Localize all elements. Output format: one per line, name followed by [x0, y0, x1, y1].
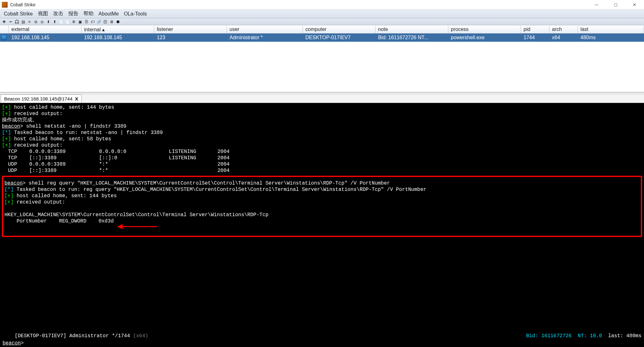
upload-icon[interactable]: ⬆: [52, 19, 58, 24]
col-process[interactable]: process: [448, 26, 521, 33]
cell-note: Bid: 1611672726 NT...: [376, 33, 448, 42]
cell-user: Administrator *: [227, 33, 303, 42]
list-icon[interactable]: ≡: [27, 19, 32, 24]
menu-cobalt-strike[interactable]: Cobalt Strike: [1, 10, 35, 17]
console-text: received output:: [11, 143, 63, 148]
cell-pid: 1744: [521, 33, 549, 42]
prompt-gt: >: [21, 340, 24, 346]
col-note[interactable]: note: [376, 26, 448, 33]
col-computer[interactable]: computer: [303, 26, 376, 33]
console-text: received output:: [11, 111, 63, 117]
screens-icon[interactable]: ▤: [20, 19, 26, 24]
col-external[interactable]: external: [9, 26, 82, 33]
note-up-icon[interactable]: 📄: [64, 19, 70, 24]
tab-close-button[interactable]: X: [75, 96, 78, 101]
console-text: host called home, sent: 144 bytes: [11, 105, 114, 110]
cell-computer: DESKTOP-017IEV7: [303, 33, 376, 42]
console-text: received output:: [14, 199, 65, 205]
toolbar: ✚ ━ 🎧 ▤ ≡ ⧉ ◎ ⬇ ⬆ 📄 📄 ⚙ ▣ ☰ 🏷 🔗 ⚿ 🖥 ⬢: [0, 18, 644, 25]
console-marker: [*]: [2, 130, 11, 136]
col-pid[interactable]: pid: [521, 26, 549, 33]
menu-reporting[interactable]: 报告: [66, 10, 81, 18]
doc-icon[interactable]: ☰: [83, 19, 89, 24]
console-command: shell reg query "HKEY_LOCAL_MACHINE\SYST…: [29, 180, 390, 186]
status-user-pid: Administrator */1744: [69, 333, 133, 339]
console-text: host called home, sent: 144 bytes: [14, 193, 117, 199]
console-tabs: Beacon 192.168.108.145@1744 X: [0, 94, 644, 103]
console-text: >: [23, 180, 29, 186]
col-user[interactable]: user: [227, 26, 303, 33]
gear-icon[interactable]: ⚙: [71, 19, 77, 24]
download-icon[interactable]: ⬇: [46, 19, 51, 24]
console-marker: [+]: [2, 105, 11, 110]
headset-icon[interactable]: 🎧: [14, 19, 20, 24]
console-marker: [*]: [4, 187, 14, 192]
minus-icon[interactable]: ━: [8, 19, 13, 24]
app-icon: [2, 2, 8, 8]
menu-attacks[interactable]: 攻击: [51, 10, 66, 18]
status-bar: [DESKTOP-017IEV7] Administrator */1744 (…: [0, 332, 644, 339]
tab-beacon-console[interactable]: Beacon 192.168.108.145@1744 X: [1, 94, 82, 103]
annotation-arrow-icon: [117, 223, 158, 230]
console-output: UDP 0.0.0.0:3389 *:* 2004: [2, 161, 642, 167]
col-icon[interactable]: [0, 26, 9, 33]
beacon-console[interactable]: [+] host called home, sent: 144 bytes [+…: [0, 103, 644, 332]
beacon-table-row[interactable]: 192.168.108.145 192.168.108.145 123 Admi…: [0, 33, 644, 42]
link-icon[interactable]: 🔗: [96, 19, 102, 24]
tag-icon[interactable]: 🏷: [90, 19, 95, 24]
window-title: Cobalt Strike: [10, 2, 35, 7]
cell-internal: 192.168.108.145: [82, 33, 154, 42]
maximize-button[interactable]: ▢: [606, 0, 625, 9]
cell-arch: x64: [549, 33, 578, 42]
square-icon[interactable]: ▣: [77, 19, 83, 24]
console-text: 操作成功完成。: [2, 117, 642, 123]
status-bracket: [: [15, 333, 18, 339]
status-arch: (x64): [133, 333, 148, 339]
col-last[interactable]: last: [578, 26, 644, 33]
console-marker: [+]: [2, 143, 11, 148]
svg-marker-1: [117, 224, 123, 229]
console-text: host called home, sent: 58 bytes: [11, 136, 111, 142]
menu-help[interactable]: 帮助: [81, 10, 96, 18]
console-output: TCP [::]:3389 [::]:0 LISTENING 2004: [2, 155, 642, 161]
console-marker: [+]: [2, 111, 11, 117]
cell-listener: 123: [154, 33, 227, 42]
console-command: shell netstat -ano | findstr 3389: [26, 124, 126, 129]
console-marker: [+]: [4, 193, 14, 199]
console-output: HKEY_LOCAL_MACHINE\SYSTEM\CurrentControl…: [4, 212, 640, 218]
target-icon[interactable]: ◎: [39, 19, 45, 24]
col-listener[interactable]: listener: [154, 26, 227, 33]
console-prompt: beacon: [2, 124, 20, 129]
close-button[interactable]: ✕: [625, 0, 644, 9]
key-icon[interactable]: ⚿: [102, 19, 108, 24]
cube-icon[interactable]: ⬢: [115, 19, 121, 24]
graph-icon[interactable]: ⧉: [33, 19, 39, 24]
menu-aboutme[interactable]: AboutMe: [96, 10, 121, 17]
console-text: >: [20, 124, 26, 129]
menu-bar: Cobalt Strike 视图 攻击 报告 帮助 AboutMe OLa-To…: [0, 9, 644, 18]
beacon-table-header: external internal ▴ listener user comput…: [0, 25, 644, 33]
status-last: last: 480ms: [608, 333, 641, 339]
console-output: PortNumber REG_DWORD 0xd3d: [4, 218, 640, 224]
console-input[interactable]: [25, 340, 641, 346]
monitor-icon[interactable]: 🖥: [109, 19, 114, 24]
console-text: Tasked beacon to run: netstat -ano | fin…: [11, 130, 163, 136]
menu-ola-tools[interactable]: OLa-Tools: [121, 10, 150, 17]
minimize-button[interactable]: —: [587, 0, 606, 9]
annotation-highlight-box: beacon> shell reg query "HKEY_LOCAL_MACH…: [2, 176, 642, 237]
console-prompt: beacon: [4, 180, 23, 186]
status-host: DESKTOP-017IEV7: [18, 333, 63, 339]
note-down-icon[interactable]: 📄: [58, 19, 64, 24]
col-arch[interactable]: arch: [549, 26, 578, 33]
title-bar: Cobalt Strike — ▢ ✕: [0, 0, 644, 9]
console-blank: [4, 205, 640, 212]
status-bid-nt: Bid: 1611672726 NT: 10.0: [526, 333, 608, 339]
menu-view[interactable]: 视图: [35, 10, 51, 18]
console-marker: [+]: [4, 199, 14, 205]
status-bracket: ]: [63, 333, 69, 339]
console-prompt-bar: beacon>: [0, 339, 644, 347]
console-output: UDP [::]:3389 *:* 2004: [2, 167, 642, 174]
console-text: Tasked beacon to run: reg query "HKEY_LO…: [14, 187, 426, 192]
plus-icon[interactable]: ✚: [1, 19, 7, 24]
col-internal[interactable]: internal ▴: [82, 26, 154, 33]
